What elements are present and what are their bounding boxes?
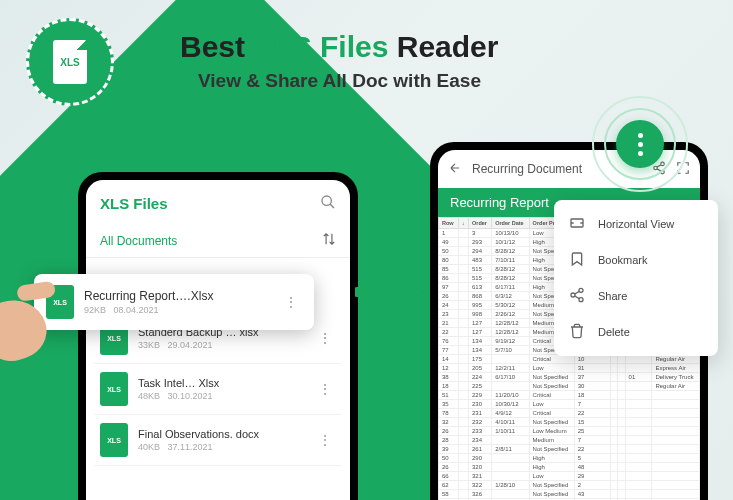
- menu-item-share[interactable]: Share: [554, 278, 718, 314]
- table-row[interactable]: 5122911/20/10Critical18: [439, 391, 700, 400]
- table-row[interactable]: 392612/8/11Not Specified22: [439, 445, 700, 454]
- phone-file-list: XLS Files All Documents XLSRecurring Rep…: [78, 172, 358, 500]
- menu-item-horizontal-view[interactable]: Horizontal View: [554, 206, 718, 242]
- table-row[interactable]: 623221/28/10Not Specified2: [439, 481, 700, 490]
- table-row[interactable]: 50290High5: [439, 454, 700, 463]
- file-name: Recurring Report….Xlsx: [84, 289, 280, 303]
- main-heading: Best XLS Files Reader: [180, 30, 498, 64]
- table-row[interactable]: 382246/17/10Not Specified3701Delivery Tr…: [439, 373, 700, 382]
- table-row[interactable]: 28234Medium7: [439, 436, 700, 445]
- menu-label: Share: [598, 290, 627, 302]
- share-icon: [568, 287, 586, 305]
- sort-icon[interactable]: [322, 232, 336, 249]
- fab-highlight-ring: [592, 96, 688, 192]
- sub-heading: View & Share All Doc with Ease: [198, 70, 481, 92]
- table-row[interactable]: 1220512/2/11Low31Express Air: [439, 364, 700, 373]
- xls-badge: XLS: [26, 18, 114, 106]
- more-options-fab[interactable]: [616, 120, 664, 168]
- table-row[interactable]: 322324/10/11Not Specified15: [439, 418, 700, 427]
- file-meta: 40KB 37.11.2021: [138, 442, 314, 452]
- arrow-icon: [355, 272, 425, 312]
- file-meta: 48KB 30.10.2021: [138, 391, 314, 401]
- xls-file-icon: XLS: [53, 40, 87, 84]
- table-row[interactable]: 262331/10/11Low Medium25: [439, 427, 700, 436]
- context-menu: Horizontal ViewBookmarkShareDelete: [554, 200, 718, 356]
- menu-label: Horizontal View: [598, 218, 674, 230]
- svg-line-1: [330, 204, 334, 208]
- menu-item-bookmark[interactable]: Bookmark: [554, 242, 718, 278]
- svg-point-6: [579, 288, 583, 292]
- document-title: Recurring Document: [472, 162, 582, 176]
- table-row[interactable]: 3523010/30/12Low7: [439, 400, 700, 409]
- delete-icon: [568, 323, 586, 341]
- table-row[interactable]: 58326Not Specified43: [439, 490, 700, 499]
- file-meta: 92KB 08.04.2021: [84, 305, 280, 315]
- menu-label: Delete: [598, 326, 630, 338]
- file-card-highlighted[interactable]: XLS Recurring Report….Xlsx 92KB 08.04.20…: [34, 274, 314, 330]
- file-name: Final Observations. docx: [138, 428, 314, 440]
- menu-item-delete[interactable]: Delete: [554, 314, 718, 350]
- table-row[interactable]: 66321Low29: [439, 472, 700, 481]
- xls-icon: XLS: [100, 372, 128, 406]
- more-icon[interactable]: ⋮: [314, 381, 336, 397]
- svg-point-8: [579, 298, 583, 302]
- table-row[interactable]: 26320High48: [439, 463, 700, 472]
- file-item[interactable]: XLSTask Intel… Xlsx48KB 30.10.2021⋮: [94, 364, 342, 415]
- menu-label: Bookmark: [598, 254, 648, 266]
- svg-point-7: [571, 293, 575, 297]
- table-row[interactable]: 18225Not Specified30Regular Air: [439, 382, 700, 391]
- file-name: Task Intel… Xlsx: [138, 377, 314, 389]
- tab-all-documents[interactable]: All Documents: [100, 234, 177, 248]
- horizontal-view-icon: [568, 215, 586, 233]
- app-title: XLS Files: [100, 195, 168, 212]
- search-icon[interactable]: [320, 194, 336, 213]
- svg-point-0: [322, 196, 331, 205]
- more-icon[interactable]: ⋮: [280, 294, 302, 310]
- file-item[interactable]: XLSFinal Observations. docx40KB 37.11.20…: [94, 415, 342, 466]
- bookmark-icon: [568, 251, 586, 269]
- xls-icon: XLS: [100, 423, 128, 457]
- back-icon[interactable]: [448, 161, 462, 178]
- more-icon[interactable]: ⋮: [314, 432, 336, 448]
- more-icon[interactable]: ⋮: [314, 330, 336, 346]
- file-meta: 33KB 29.04.2021: [138, 340, 314, 350]
- table-row[interactable]: 782314/9/12Critical22: [439, 409, 700, 418]
